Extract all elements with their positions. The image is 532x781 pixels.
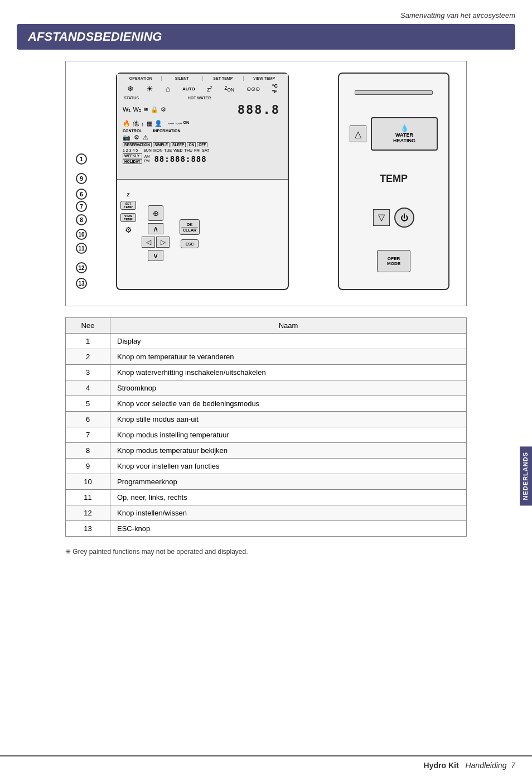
table-cell-num: 4 [66, 380, 110, 396]
down-temp-btn[interactable]: ▽ [373, 209, 390, 226]
num-11: 11 [76, 243, 87, 254]
table-header-naam: Naam [110, 318, 467, 334]
up-btn[interactable]: ∧ [148, 223, 163, 234]
cf-icon: °C°F [272, 83, 278, 94]
reservation-label: RESERVATION [123, 142, 152, 147]
power-icon: ⏻ [400, 213, 408, 222]
grid-icon: ▦ [147, 120, 152, 127]
warning-icon: ⚠ [143, 134, 148, 141]
divider [181, 227, 199, 228]
table-row: 3Knop waterverhitting inschakelen/uitsch… [66, 365, 467, 380]
table-cell-num: 7 [66, 427, 110, 443]
bottom-brand: Hydro Kit [424, 761, 459, 770]
gear-icon: ⚙ [161, 106, 166, 113]
weekly-label: WEEKLY [123, 153, 142, 158]
view-temp-btn-label: VIEWTEMP [124, 214, 132, 221]
oper-mode-btn[interactable]: OPER MODE [377, 250, 410, 272]
table-row: 8Knop modus temperatuur bekijken [66, 443, 467, 459]
fri-day: FRI [194, 148, 200, 152]
section-title: AFSTANDSBEDIENING [17, 24, 515, 50]
control-buttons-row: z SETTEMP VIEWTEMP ⚙ ⊕ ∧ [120, 189, 284, 261]
status-digital-row: W₁ W₂ ≋ 🔒 ⚙ 888.8 [120, 100, 284, 119]
set-temp-btn[interactable]: SETTEMP [120, 201, 136, 210]
z-on-icon: zON [225, 85, 235, 93]
hotwater-icons: 〰 〰 ON [168, 120, 190, 127]
table-row: 10Programmeerknop [66, 474, 467, 490]
bottom-bar: Hydro Kit Handleiding 7 [0, 755, 532, 770]
table-cell-num: 5 [66, 396, 110, 412]
table-row: 7Knop modus instelling temperatuur [66, 427, 467, 443]
water-heating-btn[interactable]: 💧 WATER HEATING [371, 117, 438, 151]
wed-day: WED [173, 148, 182, 152]
weekly-holiday: WEEKLY HOLIDAY [123, 153, 142, 164]
table-cell-label: Op, neer, links, rechts [110, 490, 467, 505]
status-label: STATUS [124, 96, 139, 100]
label-row-top: OPERATION SILENT SET TEMP VIEW TEMP [120, 76, 284, 81]
hw1-icon: 〰 [168, 120, 174, 127]
esc-btn[interactable]: ESC [181, 239, 199, 248]
table-cell-num: 6 [66, 412, 110, 427]
table-cell-num: 12 [66, 505, 110, 521]
up-icon: ↑ [141, 120, 144, 127]
sun-day: SUN [143, 148, 152, 152]
reservation-row: RESERVATION SIMPLE SLEEP ON OFF [120, 142, 284, 148]
num-9: 9 [76, 173, 87, 184]
set-temp-label: SET TEMP [203, 76, 244, 81]
sleep-label: SLEEP [171, 142, 186, 147]
table-cell-num: 2 [66, 349, 110, 365]
footnote-symbol: ✳ [65, 548, 71, 556]
table-cell-label: Knop om temperatuur te veranderen [110, 349, 467, 365]
lr-row: ◁ ▷ [142, 237, 170, 248]
power-btn[interactable]: ⏻ [394, 208, 414, 228]
view-temp-label: VIEW TEMP [244, 76, 284, 81]
num-7: 7 [76, 201, 87, 212]
view-temp-btn[interactable]: VIEWTEMP [120, 213, 136, 222]
settings-btn-icon[interactable]: ⚙ [125, 225, 132, 234]
am-label: AM [144, 155, 150, 158]
num-1: 1 [76, 153, 87, 165]
table-cell-num: 9 [66, 459, 110, 474]
table-row: 9Knop voor instellen van functies [66, 459, 467, 474]
side-tab-nederlands: NEDERLANDS [520, 446, 532, 505]
page-subtitle: Samenvatting van het aircosysteem [17, 11, 515, 20]
hw2-icon: 〰 [176, 120, 182, 127]
table-cell-num: 3 [66, 365, 110, 380]
table-cell-label: Knop stille modus aan-uit [110, 412, 467, 427]
icon-row-1: ❄ ☀ ⌂ AUTO zz zON ⊙⊙⊙ °C°F [120, 82, 284, 95]
holiday-label: HOLIDAY [123, 159, 142, 164]
ok-clear-btn[interactable]: OK CLEAR [180, 219, 200, 235]
down-btn[interactable]: ∨ [148, 250, 163, 261]
remote-left: OPERATION SILENT SET TEMP VIEW TEMP ❄ ☀ … [116, 73, 289, 290]
num-8: 8 [76, 214, 87, 225]
program-btn[interactable]: ⊕ [148, 205, 163, 221]
bottom-page-text: Handleiding 7 [463, 761, 515, 770]
wifi3-icon: ≋ [143, 106, 148, 113]
temp-label: TEMP [380, 173, 408, 185]
person-icon: 👤 [154, 120, 162, 127]
table-row: 5Knop voor selectie van de bedieningsmod… [66, 396, 467, 412]
table-cell-num: 8 [66, 443, 110, 459]
right-btn[interactable]: ▷ [156, 237, 170, 248]
table-cell-num: 11 [66, 490, 110, 505]
camera-icon: 📷 [123, 134, 130, 141]
status-row: STATUS HOT WATER [120, 95, 284, 100]
up-temp-btn[interactable]: △ [350, 126, 366, 142]
diagram-area: 1 2 3 4 5 6 7 8 9 10 11 12 13 OPERATION … [65, 61, 467, 306]
table-cell-label: Knop voor selectie van de bedieningsmodu… [110, 396, 467, 412]
auto-label: AUTO [182, 86, 195, 91]
off-label: OFF [197, 142, 207, 147]
house-icon: ⌂ [166, 84, 170, 93]
lock-icon: 🔒 [151, 106, 158, 113]
information-label: INFORMATION [153, 129, 181, 133]
simple-label: SIMPLE [153, 142, 170, 147]
digital-display-area: 888.8 [235, 102, 282, 118]
table-cell-num: 1 [66, 334, 110, 349]
sleep-btn-icon[interactable]: z [127, 191, 130, 197]
left-btn[interactable]: ◁ [142, 237, 155, 248]
footnote: ✳ Grey painted functions may not be oper… [65, 548, 467, 556]
sat-day: SAT [202, 148, 209, 152]
table-cell-label: Knop modus instelling temperatuur [110, 427, 467, 443]
brand-text: Hydro Kit [424, 761, 459, 770]
he-icon: 他 [133, 119, 139, 128]
table-cell-label: Knop voor instellen van functies [110, 459, 467, 474]
